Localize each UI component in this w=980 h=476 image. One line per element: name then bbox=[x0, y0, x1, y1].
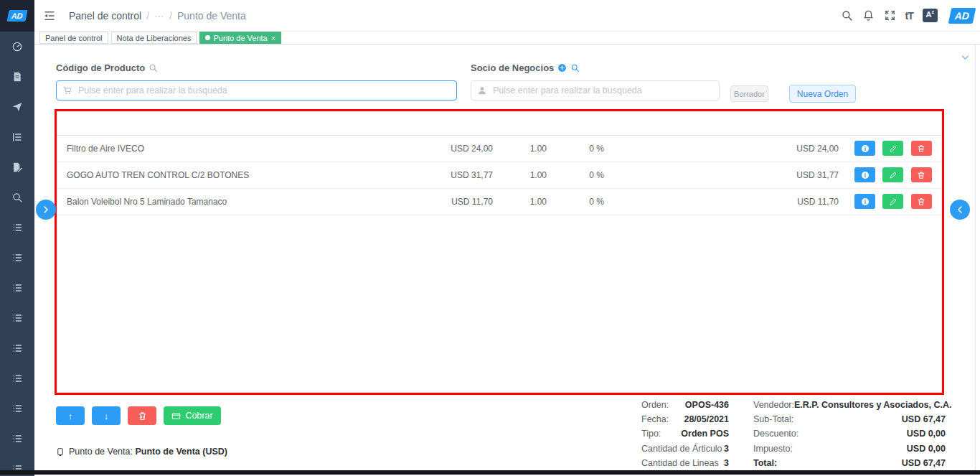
row-delete-button[interactable] bbox=[911, 194, 932, 209]
notifications-bell-icon[interactable] bbox=[862, 9, 875, 22]
sidebar-icon bbox=[11, 131, 23, 143]
row-info-button[interactable] bbox=[854, 194, 875, 209]
sidebar-item-tree[interactable] bbox=[0, 122, 34, 152]
sidebar-icon bbox=[11, 282, 23, 294]
info-icon bbox=[861, 171, 870, 179]
row-info-button[interactable] bbox=[854, 167, 875, 182]
avatar[interactable]: AD bbox=[948, 8, 976, 24]
pencil-icon bbox=[889, 171, 897, 179]
row-delete-button[interactable] bbox=[911, 167, 932, 182]
summary-row-cantidad-de-rticulo: Cantidad de Árticulo 3 bbox=[641, 442, 729, 456]
table-header-row bbox=[57, 111, 942, 135]
sidebar-item-window-list[interactable] bbox=[0, 273, 34, 303]
breadcrumb-home-link[interactable]: Panel de control bbox=[69, 10, 141, 22]
summary-row-cantidad-de-lineas: Cantidad de Lineas 3 bbox=[641, 456, 729, 470]
tab-panel-de-control[interactable]: Panel de control × bbox=[39, 32, 108, 44]
column-header-opciones bbox=[849, 111, 942, 135]
sidebar-icon bbox=[11, 162, 23, 173]
breadcrumb-ellipsis[interactable]: ⋯ bbox=[154, 10, 164, 22]
sidebar-item-send[interactable] bbox=[0, 92, 34, 122]
sidebar-item-window-list[interactable] bbox=[0, 213, 34, 243]
tab-punto-de-venta[interactable]: Punto de Venta × bbox=[199, 32, 281, 44]
sidebar-icon bbox=[11, 41, 23, 52]
add-partner-icon[interactable] bbox=[557, 63, 567, 73]
panel-right-border bbox=[975, 45, 976, 470]
cell-total: USD 11,70 bbox=[614, 188, 849, 215]
cell-options bbox=[849, 162, 942, 188]
delete-line-button[interactable] bbox=[128, 406, 156, 425]
new-order-button[interactable]: Nueva Orden bbox=[789, 85, 856, 103]
sidebar-icon bbox=[11, 433, 23, 444]
chevron-right-icon bbox=[42, 205, 50, 214]
row-delete-button[interactable] bbox=[911, 141, 932, 156]
cell-price: USD 11,70 bbox=[263, 188, 503, 215]
cell-product: GOGO AUTO TREN CONTROL C/2 BOTONES bbox=[57, 162, 263, 188]
product-code-input[interactable] bbox=[56, 80, 457, 101]
app-logo[interactable]: AD bbox=[0, 0, 34, 32]
row-info-button[interactable] bbox=[854, 141, 875, 156]
order-summary-right: Vendedor: E.R.P. Consultores y Asociados… bbox=[753, 398, 946, 470]
sidebar-icon bbox=[11, 342, 23, 354]
cell-product: Balon Voleibol Nro 5 Laminado Tamanaco bbox=[57, 188, 263, 215]
pos-terminal-name: Punto de Venta (USD) bbox=[135, 447, 227, 457]
product-code-field-wrap bbox=[56, 80, 457, 101]
row-edit-button[interactable] bbox=[882, 194, 903, 209]
sidebar-item-search[interactable] bbox=[0, 182, 34, 213]
sidebar-item-window-list[interactable] bbox=[0, 333, 34, 363]
breadcrumb: Panel de control / ⋯ / Punto de Venta bbox=[69, 10, 246, 22]
sidebar-item-window-list[interactable] bbox=[0, 363, 34, 393]
business-partner-input[interactable] bbox=[471, 80, 720, 101]
breadcrumb-separator: / bbox=[169, 10, 172, 22]
brand-logo-icon: AD bbox=[6, 10, 27, 22]
cell-options bbox=[849, 135, 942, 162]
sidebar-item-document[interactable] bbox=[0, 62, 34, 92]
pencil-icon bbox=[889, 144, 897, 153]
pencil-icon bbox=[889, 197, 897, 206]
table-row[interactable]: GOGO AUTO TREN CONTROL C/2 BOTONES USD 3… bbox=[57, 162, 942, 188]
move-up-button[interactable]: ↑ bbox=[56, 406, 85, 425]
breadcrumb-separator: / bbox=[146, 10, 149, 22]
sidebar-icon bbox=[11, 192, 23, 203]
sidebar: AD bbox=[0, 0, 34, 476]
expand-right-panel-button[interactable] bbox=[950, 200, 970, 220]
draft-button[interactable]: Borrador bbox=[730, 85, 768, 102]
table-row[interactable]: Filtro de Aire IVECO USD 24,00 1.00 0 % … bbox=[57, 135, 942, 162]
row-edit-button[interactable] bbox=[882, 167, 903, 182]
partner-search-icon[interactable] bbox=[570, 63, 580, 73]
trash-icon bbox=[917, 171, 925, 179]
search-icon[interactable] bbox=[841, 9, 853, 22]
summary-row-impuesto: Impuesto: USD 0,00 bbox=[753, 442, 946, 456]
sidebar-menu bbox=[0, 32, 34, 476]
row-edit-button[interactable] bbox=[882, 141, 903, 156]
trash-icon bbox=[917, 197, 925, 206]
cell-quantity: 1.00 bbox=[503, 162, 557, 188]
collect-button[interactable]: Cobrar bbox=[164, 406, 221, 425]
sidebar-collapse-icon[interactable] bbox=[43, 9, 56, 22]
fullscreen-icon[interactable] bbox=[884, 9, 896, 22]
sidebar-icon bbox=[11, 252, 23, 263]
expand-left-panel-button[interactable] bbox=[36, 200, 56, 220]
pos-application: AD bbox=[0, 0, 980, 476]
move-down-button[interactable]: ↓ bbox=[92, 406, 121, 425]
sidebar-item-dashboard[interactable] bbox=[0, 32, 34, 62]
sidebar-item-window-list[interactable] bbox=[0, 243, 34, 273]
sidebar-item-document-edit[interactable] bbox=[0, 152, 34, 182]
product-search-icon[interactable] bbox=[149, 63, 158, 73]
sidebar-item-window-list[interactable] bbox=[0, 393, 34, 424]
sidebar-item-window-list[interactable] bbox=[0, 303, 34, 333]
tab-nota-de-liberaciones[interactable]: Nota de Liberaciones × bbox=[111, 32, 197, 44]
cell-price: USD 31,77 bbox=[263, 162, 503, 188]
summary-row-descuento: Descuento: USD 0,00 bbox=[753, 426, 946, 441]
trash-icon bbox=[138, 411, 147, 421]
column-header-total bbox=[614, 111, 849, 135]
table-row[interactable]: Balon Voleibol Nro 5 Laminado Tamanaco U… bbox=[57, 188, 942, 215]
panel-collapse-chevron-down-icon[interactable] bbox=[960, 52, 971, 65]
tab-label: Punto de Venta bbox=[213, 34, 267, 42]
cell-product: Filtro de Aire IVECO bbox=[57, 135, 263, 162]
language-icon[interactable]: Az bbox=[923, 9, 938, 22]
cell-price: USD 24,00 bbox=[263, 135, 503, 162]
column-header-precio bbox=[263, 111, 503, 135]
text-size-icon[interactable]: tT bbox=[905, 10, 913, 22]
close-icon[interactable]: × bbox=[271, 34, 275, 42]
sidebar-item-window-list[interactable] bbox=[0, 424, 34, 454]
